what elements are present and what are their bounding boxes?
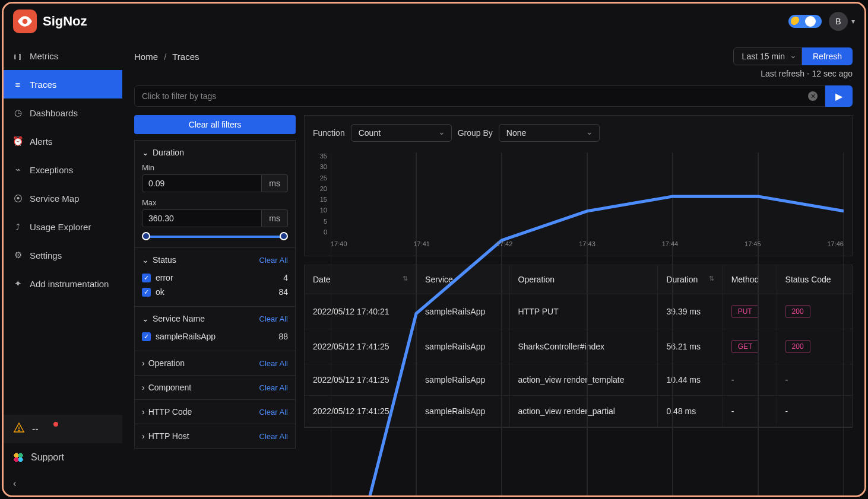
chevron-right-icon[interactable]: › xyxy=(142,358,145,368)
support-link[interactable]: Support xyxy=(4,443,122,472)
slack-icon xyxy=(13,452,24,463)
chevron-left-icon: ‹ xyxy=(13,478,16,489)
groupby-select[interactable]: None xyxy=(499,124,600,142)
sidebar-item-alerts[interactable]: ⏰ Alerts xyxy=(4,127,122,155)
sidebar-item-label: Traces xyxy=(30,80,56,90)
gear-icon: ⚙ xyxy=(13,250,23,260)
breadcrumb-separator: / xyxy=(164,52,166,62)
svg-point-2 xyxy=(18,430,19,431)
clear-httphost-link[interactable]: Clear All xyxy=(259,432,288,441)
clear-service-link[interactable]: Clear All xyxy=(259,314,288,323)
max-label: Max xyxy=(142,198,288,207)
rocket-icon: ✦ xyxy=(13,278,23,289)
clear-input-icon[interactable]: ✕ xyxy=(808,91,818,101)
bell-icon: ⏰ xyxy=(13,136,23,147)
duration-max-unit: ms xyxy=(262,209,288,227)
sidebar-item-label: Service Map xyxy=(30,193,79,204)
status-indicator[interactable]: -- xyxy=(4,415,122,443)
theme-toggle[interactable] xyxy=(788,15,822,28)
section-title: HTTP Code xyxy=(148,407,192,417)
duration-max-input[interactable] xyxy=(142,209,262,227)
support-label: Support xyxy=(31,452,64,463)
option-label: error xyxy=(156,273,173,282)
chart-y-axis: 35302520151050 xyxy=(313,152,327,236)
chart-x-axis: 17:4017:4117:4217:4317:4417:4517:46 xyxy=(331,240,844,247)
app-logo[interactable]: SigNoz xyxy=(13,9,87,33)
sidebar-item-label: Exceptions xyxy=(30,165,73,175)
clear-component-link[interactable]: Clear All xyxy=(259,383,288,392)
checkbox-icon[interactable]: ✓ xyxy=(142,288,151,297)
sidebar-item-traces[interactable]: ≡ Traces xyxy=(4,70,122,98)
checkbox-icon[interactable]: ✓ xyxy=(142,274,151,282)
chevron-down-icon[interactable]: ⌄ xyxy=(142,255,149,265)
filter-section-component: › Component Clear All xyxy=(134,375,296,399)
duration-slider[interactable] xyxy=(145,236,284,238)
bug-icon: ⌁ xyxy=(13,164,23,175)
clear-httpcode-link[interactable]: Clear All xyxy=(259,408,288,417)
breadcrumb-home[interactable]: Home xyxy=(134,52,158,62)
tag-filter-input[interactable]: Click to filter by tags ✕ xyxy=(134,85,825,107)
sidebar-item-label: Dashboards xyxy=(30,108,78,118)
user-menu-caret-icon[interactable]: ▾ xyxy=(851,17,855,26)
option-count: 88 xyxy=(278,332,288,341)
filter-section-operation: › Operation Clear All xyxy=(134,351,296,375)
play-icon: ▶ xyxy=(835,91,842,102)
tag-filter-placeholder: Click to filter by tags xyxy=(142,91,216,101)
refresh-button[interactable]: Refresh xyxy=(802,47,853,65)
sidebar-item-metrics[interactable]: ⫾⫿ Metrics xyxy=(4,42,122,70)
sidebar-item-exceptions[interactable]: ⌁ Exceptions xyxy=(4,155,122,184)
status-option-error[interactable]: ✓ error 4 xyxy=(142,271,288,285)
line-chart-icon: ⤴ xyxy=(13,222,23,232)
sidebar-item-label: Settings xyxy=(30,250,62,260)
sidebar: ⫾⫿ Metrics ≡ Traces ◷ Dashboards ⏰ Alert… xyxy=(4,39,122,495)
chevron-right-icon[interactable]: › xyxy=(142,431,145,441)
user-avatar[interactable]: B xyxy=(829,12,848,31)
slider-thumb-max[interactable] xyxy=(280,232,288,240)
status-text: -- xyxy=(32,424,39,434)
sidebar-item-service-map[interactable]: ⦿ Service Map xyxy=(4,184,122,212)
sidebar-item-usage-explorer[interactable]: ⤴ Usage Explorer xyxy=(4,212,122,241)
breadcrumb-current: Traces xyxy=(172,52,199,62)
duration-min-input[interactable] xyxy=(142,174,262,192)
section-title: Component xyxy=(148,383,191,392)
option-label: sampleRailsApp xyxy=(156,332,216,341)
sidebar-item-label: Add instrumentation xyxy=(30,279,109,289)
clear-operation-link[interactable]: Clear All xyxy=(259,359,288,368)
section-title: Duration xyxy=(153,148,184,157)
service-option-sampleRailsApp[interactable]: ✓ sampleRailsApp 88 xyxy=(142,329,288,344)
chevron-down-icon[interactable]: ⌄ xyxy=(142,148,149,157)
option-label: ok xyxy=(156,287,164,297)
sidebar-item-label: Metrics xyxy=(30,51,58,61)
chart-container: Function Count Group By None 35302520151… xyxy=(304,115,853,256)
run-query-button[interactable]: ▶ xyxy=(825,85,853,107)
chevron-right-icon[interactable]: › xyxy=(142,407,145,417)
checkbox-icon[interactable]: ✓ xyxy=(142,332,151,341)
last-refresh-text: Last refresh - 12 sec ago xyxy=(122,69,864,85)
chevron-down-icon[interactable]: ⌄ xyxy=(142,314,149,323)
filter-panel: Clear all filters ⌄ Duration Min xyxy=(134,115,296,495)
function-label: Function xyxy=(313,128,345,138)
sidebar-item-settings[interactable]: ⚙ Settings xyxy=(4,241,122,269)
time-range-picker[interactable]: Last 15 min xyxy=(733,47,802,65)
chevron-right-icon[interactable]: › xyxy=(142,383,145,392)
sidebar-item-dashboards[interactable]: ◷ Dashboards xyxy=(4,98,122,127)
status-option-ok[interactable]: ✓ ok 84 xyxy=(142,285,288,299)
sidebar-collapse[interactable]: ‹ xyxy=(4,472,122,495)
clear-status-link[interactable]: Clear All xyxy=(259,256,288,265)
eye-icon xyxy=(13,9,37,33)
clear-all-filters-button[interactable]: Clear all filters xyxy=(134,115,296,134)
nodes-icon: ⦿ xyxy=(13,193,23,204)
slider-thumb-min[interactable] xyxy=(142,232,150,240)
min-label: Min xyxy=(142,163,288,172)
groupby-label: Group By xyxy=(458,128,493,138)
sidebar-item-label: Alerts xyxy=(30,136,52,147)
option-count: 4 xyxy=(283,273,288,282)
sidebar-item-add-instrumentation[interactable]: ✦ Add instrumentation xyxy=(4,269,122,298)
app-name: SigNoz xyxy=(43,14,87,29)
moon-icon xyxy=(791,17,800,26)
warning-icon xyxy=(13,422,25,436)
filter-section-duration: ⌄ Duration Min ms Max xyxy=(134,140,296,247)
breadcrumb: Home / Traces xyxy=(134,52,199,62)
duration-min-unit: ms xyxy=(262,174,288,192)
function-select[interactable]: Count xyxy=(351,124,452,142)
